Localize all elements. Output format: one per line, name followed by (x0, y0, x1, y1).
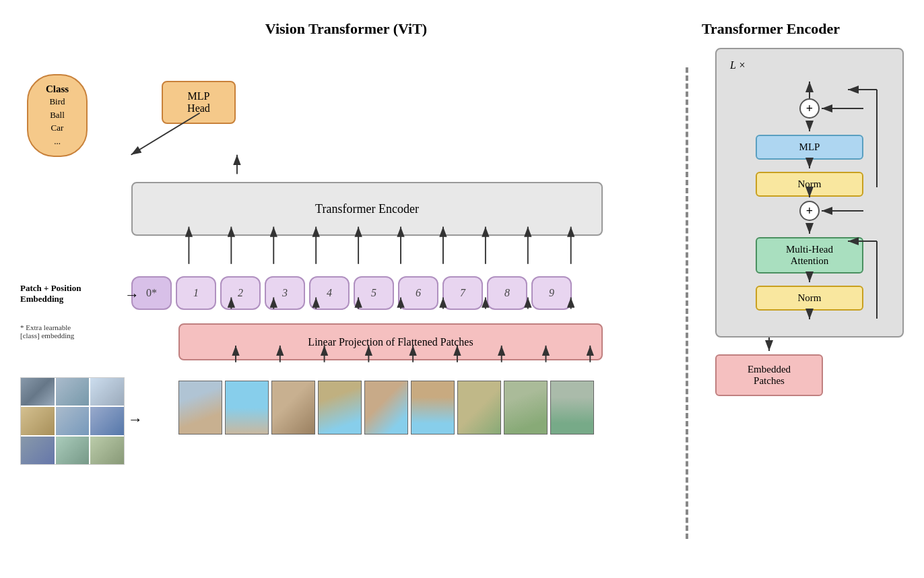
source-patch-0 (21, 378, 55, 406)
embedding-label: Patch + Position Embedding (20, 283, 114, 304)
token-6: 6 (398, 276, 438, 310)
token-2: 2 (220, 276, 261, 310)
patch-img-6 (411, 381, 455, 435)
linear-proj-box: Linear Projection of Flattened Patches (178, 323, 603, 360)
patches-row (178, 381, 594, 435)
section-divider (686, 13, 688, 565)
source-patch-5 (90, 407, 124, 435)
encoder-section: Transformer Encoder L × (695, 13, 911, 565)
attention-box: Multi-Head Attention (756, 237, 863, 274)
token-9: 9 (531, 276, 572, 310)
token-1: 1 (176, 276, 216, 310)
patch-img-3 (271, 381, 315, 435)
source-patch-4 (56, 407, 90, 435)
source-patch-1 (56, 378, 90, 406)
lx-label: L × (730, 59, 889, 71)
norm1-label: Norm (798, 179, 822, 189)
norm2-label: Norm (798, 292, 822, 303)
mlp-head-box: MLP Head (162, 81, 236, 124)
embedded-patches-label: Embedded Patches (748, 364, 791, 386)
patch-img-8 (504, 381, 548, 435)
token-3: 3 (265, 276, 305, 310)
source-patch-8 (90, 437, 124, 464)
source-arrow: → (128, 411, 143, 428)
patch-img-4 (318, 381, 362, 435)
token-8: 8 (487, 276, 527, 310)
embedding-arrow: → (125, 286, 139, 304)
transformer-encoder-box: Transformer Encoder (131, 182, 603, 236)
vit-diagram: Vision Transformer (ViT) Class Bird Ball… (13, 13, 679, 565)
class-blob: Class Bird Ball Car ... (27, 74, 88, 157)
linear-proj-label: Linear Projection of Flattened Patches (308, 336, 473, 348)
token-4: 4 (309, 276, 350, 310)
token-7: 7 (442, 276, 483, 310)
embedded-patches-box: Embedded Patches (715, 354, 823, 396)
patch-img-9 (550, 381, 594, 435)
token-5: 5 (354, 276, 394, 310)
attention-label: Multi-Head Attention (786, 244, 833, 266)
tokens-row: 0* 1 2 3 4 5 6 7 8 9 (131, 276, 572, 310)
class-label: Class (35, 84, 79, 95)
source-image-grid (20, 377, 125, 465)
source-patch-3 (21, 407, 55, 435)
encoder-box: L × + (715, 48, 904, 338)
patch-img-1 (178, 381, 222, 435)
vit-title: Vision Transformer (ViT) (265, 20, 427, 38)
norm2-box: Norm (756, 286, 863, 311)
source-patch-7 (56, 437, 90, 464)
mlp-head-label: MLP Head (168, 90, 229, 115)
class-items: Bird Ball Car ... (35, 95, 79, 148)
patch-img-2 (225, 381, 269, 435)
plus-circle-top: + (799, 98, 820, 119)
source-patch-6 (21, 437, 55, 464)
transformer-encoder-label: Transformer Encoder (315, 202, 419, 216)
mlp-box: MLP (756, 135, 863, 160)
mlp-label: MLP (799, 141, 820, 152)
patch-img-5 (364, 381, 408, 435)
plus-circle-bottom: + (799, 201, 820, 221)
patch-img-7 (457, 381, 501, 435)
dashed-line (686, 67, 688, 539)
source-patch-2 (90, 378, 124, 406)
encoder-title: Transformer Encoder (702, 20, 840, 38)
embedding-note: * Extra learnable [class] embedding (20, 323, 128, 340)
